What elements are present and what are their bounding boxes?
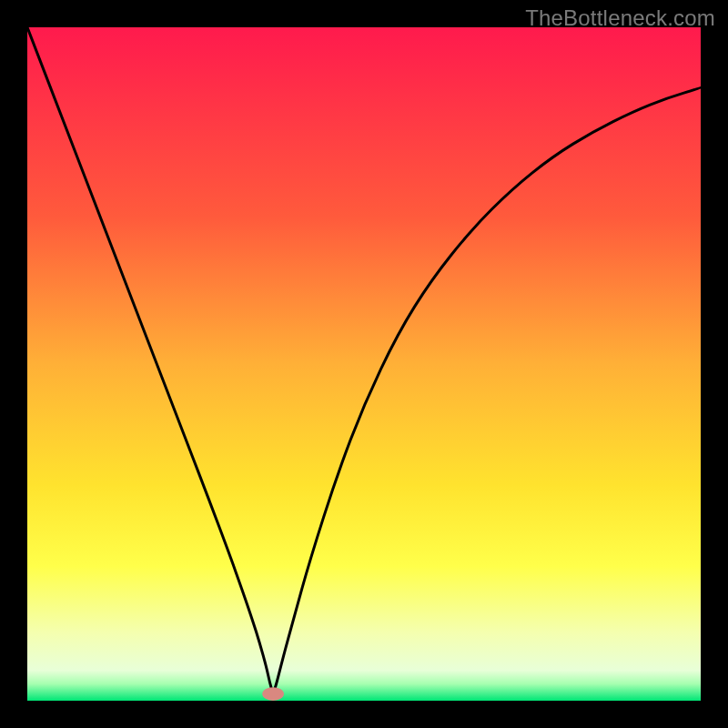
minimum-marker [262, 687, 284, 701]
watermark-text: TheBottleneck.com [525, 5, 715, 31]
chart-frame: TheBottleneck.com [0, 0, 728, 728]
chart-svg [27, 27, 701, 701]
plot-area [27, 27, 701, 701]
